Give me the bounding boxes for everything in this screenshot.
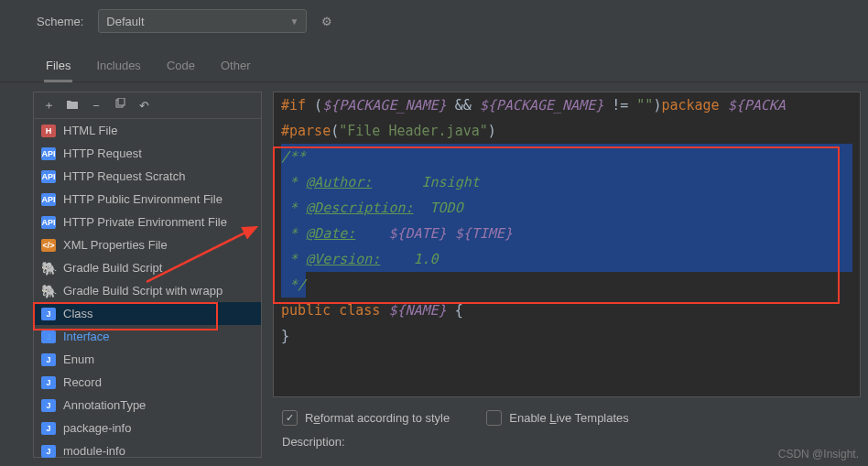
xml-file-icon: </>: [41, 239, 56, 252]
list-item[interactable]: APIHTTP Public Environment File: [34, 188, 261, 211]
list-item-label: Class: [63, 307, 93, 320]
watermark: CSDN @Insight.: [778, 448, 859, 461]
plus-icon[interactable]: ＋: [41, 97, 56, 114]
template-editor[interactable]: #if (${PACKAGE_NAME} && ${PACKAGE_NAME} …: [273, 92, 861, 397]
list-item[interactable]: Jpackage-info: [34, 417, 261, 439]
list-item[interactable]: Jmodule-info: [34, 439, 261, 462]
gradle-file-icon: 🐘: [41, 262, 56, 275]
svg-rect-1: [118, 98, 125, 105]
list-item-label: HTTP Request: [63, 146, 142, 160]
tab-code[interactable]: Code: [165, 51, 197, 81]
list-item[interactable]: 🐘Gradle Build Script: [34, 256, 261, 279]
scheme-select[interactable]: Default ▼: [98, 9, 307, 33]
reformat-checkbox[interactable]: ✓ Reformat according to style: [282, 410, 450, 426]
list-item[interactable]: 🐘Gradle Build Script with wrapp: [34, 279, 261, 302]
tab-other[interactable]: Other: [219, 51, 253, 81]
list-toolbar: ＋ − ↶: [34, 92, 261, 119]
list-item-label: Gradle Build Script with wrapp: [63, 284, 222, 298]
java-file-icon: J: [41, 376, 56, 389]
list-item[interactable]: JInterface: [34, 325, 261, 348]
tabs: Files Includes Code Other: [0, 51, 868, 82]
list-item[interactable]: JClass: [34, 302, 261, 325]
list-item-label: module-info: [63, 444, 125, 458]
java-file-icon: J: [41, 422, 56, 435]
list-item[interactable]: APIHTTP Private Environment File: [34, 211, 261, 233]
list-item[interactable]: JAnnotationType: [34, 394, 261, 417]
list-item-label: XML Properties File: [63, 238, 168, 252]
java-file-icon: J: [41, 399, 56, 412]
list-item-label: HTTP Public Environment File: [63, 192, 222, 206]
copy-icon[interactable]: [113, 98, 127, 113]
java-file-icon: J: [41, 308, 56, 320]
tab-files[interactable]: Files: [44, 51, 72, 82]
template-list: HHTML FileAPIHTTP RequestAPIHTTP Request…: [34, 119, 261, 462]
list-item-label: AnnotationType: [63, 398, 146, 412]
java-file-icon: J: [41, 331, 56, 343]
list-item[interactable]: HHTML File: [34, 119, 261, 142]
gear-icon[interactable]: ⚙: [321, 15, 332, 28]
list-item[interactable]: APIHTTP Request: [34, 142, 261, 165]
java-file-icon: J: [41, 445, 56, 458]
api-file-icon: API: [41, 147, 56, 160]
api-file-icon: API: [41, 170, 56, 183]
list-item-label: HTTP Request Scratch: [63, 169, 185, 183]
list-item[interactable]: JEnum: [34, 348, 261, 371]
list-item-label: Gradle Build Script: [63, 261, 162, 275]
list-item-label: HTML File: [63, 124, 117, 137]
template-list-panel: ＋ − ↶ HHTML FileAPIHTTP RequestAPIHTTP R…: [33, 92, 262, 458]
list-item-label: Record: [63, 375, 102, 389]
scheme-value: Default: [106, 15, 144, 28]
list-item-label: HTTP Private Environment File: [63, 215, 227, 229]
undo-icon[interactable]: ↶: [136, 99, 151, 113]
chevron-down-icon: ▼: [289, 16, 298, 27]
api-file-icon: API: [41, 193, 56, 206]
list-item-label: Interface: [63, 330, 110, 343]
gradle-file-icon: 🐘: [41, 285, 56, 298]
api-file-icon: API: [41, 216, 56, 229]
description-label: Description:: [273, 431, 861, 452]
remove-icon[interactable]: −: [89, 99, 103, 113]
list-item-label: Enum: [63, 352, 94, 366]
html-file-icon: H: [41, 125, 56, 137]
list-item[interactable]: JRecord: [34, 371, 261, 394]
list-item-label: package-info: [63, 421, 131, 435]
list-item[interactable]: APIHTTP Request Scratch: [34, 165, 261, 188]
scheme-label: Scheme:: [37, 15, 83, 28]
tab-includes[interactable]: Includes: [94, 51, 142, 81]
live-templates-checkbox[interactable]: Enable Live Templates: [486, 410, 629, 426]
new-folder-icon[interactable]: [65, 98, 80, 114]
list-item[interactable]: </>XML Properties File: [34, 233, 261, 256]
java-file-icon: J: [41, 353, 56, 366]
